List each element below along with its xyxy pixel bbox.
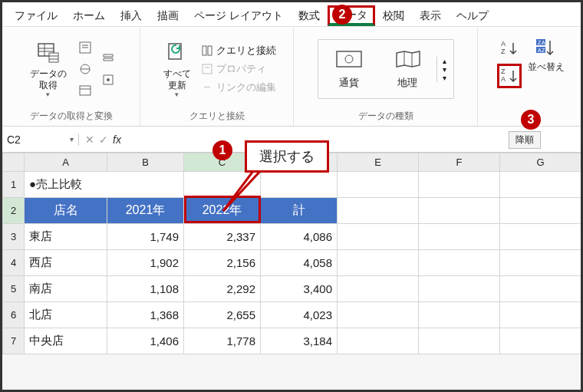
- cell-B4[interactable]: 1,902: [107, 250, 184, 276]
- cell-G1[interactable]: [500, 172, 581, 198]
- cell-A5[interactable]: 南店: [25, 276, 107, 302]
- cell-A1[interactable]: ●売上比較: [25, 172, 184, 198]
- cell-C6[interactable]: 2,655: [184, 302, 261, 328]
- enter-formula-button[interactable]: ✓: [99, 133, 108, 146]
- cell-E7[interactable]: [338, 328, 419, 354]
- gallery-down-button[interactable]: ▾: [437, 65, 452, 74]
- cell-A4[interactable]: 西店: [25, 250, 107, 276]
- cell-A3[interactable]: 東店: [25, 224, 107, 250]
- cell-F5[interactable]: [419, 276, 500, 302]
- menu-help[interactable]: ヘルプ: [449, 6, 496, 26]
- sort-dialog-button[interactable]: ZAAZ 並べ替え: [528, 35, 565, 74]
- row-header-1[interactable]: 1: [3, 172, 25, 198]
- cell-F7[interactable]: [419, 328, 500, 354]
- cell-D7[interactable]: 3,184: [261, 328, 338, 354]
- cell-C4[interactable]: 2,156: [184, 250, 261, 276]
- cell-E2[interactable]: [338, 198, 419, 224]
- cell-D3[interactable]: 4,086: [261, 224, 338, 250]
- currency-type-button[interactable]: 通貨: [320, 48, 378, 90]
- geography-type-button[interactable]: 地理: [378, 48, 436, 90]
- cell-G2[interactable]: [500, 198, 581, 224]
- svg-text:A: A: [501, 40, 506, 48]
- geo-label: 地理: [397, 77, 417, 88]
- sort-desc-tooltip: 降順: [509, 131, 541, 149]
- sort-asc-button[interactable]: AZ: [497, 36, 522, 61]
- cell-C3[interactable]: 2,337: [184, 224, 261, 250]
- menu-file[interactable]: ファイル: [7, 6, 65, 26]
- gallery-up-button[interactable]: ▴: [437, 57, 452, 65]
- row-header-7[interactable]: 7: [3, 328, 25, 354]
- col-header-F[interactable]: F: [419, 153, 500, 172]
- menu-page-layout[interactable]: ページ レイアウト: [186, 6, 291, 26]
- q-prop-label: プロパティ: [216, 62, 266, 76]
- map-icon: [392, 48, 423, 71]
- cell-B2[interactable]: 2021年: [107, 198, 184, 224]
- cell-F4[interactable]: [419, 250, 500, 276]
- cell-A6[interactable]: 北店: [25, 302, 107, 328]
- cell-B6[interactable]: 1,368: [107, 302, 184, 328]
- cell-E3[interactable]: [338, 224, 419, 250]
- cell-G5[interactable]: [500, 276, 581, 302]
- cell-E6[interactable]: [338, 302, 419, 328]
- row-header-6[interactable]: 6: [3, 302, 25, 328]
- cell-F2[interactable]: [419, 198, 500, 224]
- row-header-5[interactable]: 5: [3, 276, 25, 302]
- get-data-button[interactable]: データの 取得 ▾: [25, 36, 71, 102]
- refresh-all-button[interactable]: すべて 更新 ▾: [158, 36, 196, 102]
- insert-function-button[interactable]: fx: [113, 133, 121, 146]
- cell-D4[interactable]: 4,058: [261, 250, 338, 276]
- col-header-G[interactable]: G: [500, 153, 581, 172]
- cell-F1[interactable]: [419, 172, 500, 198]
- group2-label: クエリと接続: [189, 108, 245, 124]
- chevron-down-icon: ▾: [175, 91, 179, 99]
- cell-B3[interactable]: 1,749: [107, 224, 184, 250]
- col-header-A[interactable]: A: [25, 153, 107, 172]
- cell-D5[interactable]: 3,400: [261, 276, 338, 302]
- cell-G7[interactable]: [500, 328, 581, 354]
- svg-rect-21: [337, 51, 361, 67]
- currency-icon: [334, 48, 364, 71]
- menu-draw[interactable]: 描画: [150, 6, 186, 26]
- from-web-button[interactable]: [76, 60, 94, 78]
- cell-E5[interactable]: [338, 276, 419, 302]
- cell-G4[interactable]: [500, 250, 581, 276]
- cell-E1[interactable]: [338, 172, 419, 198]
- cell-F3[interactable]: [419, 224, 500, 250]
- properties-button[interactable]: プロパティ: [201, 62, 276, 76]
- row-header-3[interactable]: 3: [3, 224, 25, 250]
- worksheet-grid[interactable]: A B C D E F G 1 ●売上比較 2 店名 2021年 2022年 計: [2, 153, 581, 354]
- menu-home[interactable]: ホーム: [65, 6, 113, 26]
- sort-desc-button[interactable]: ZA: [497, 64, 522, 88]
- cell-E4[interactable]: [338, 250, 419, 276]
- from-text-button[interactable]: [76, 38, 94, 57]
- menu-formulas[interactable]: 数式: [291, 6, 328, 26]
- menu-view[interactable]: 表示: [412, 6, 449, 26]
- from-table-button[interactable]: [76, 81, 94, 100]
- row-header-4[interactable]: 4: [3, 250, 25, 276]
- cell-B7[interactable]: 1,406: [107, 328, 184, 354]
- menu-review[interactable]: 校閲: [375, 6, 412, 26]
- cell-G3[interactable]: [500, 224, 581, 250]
- row-6: 6 北店 1,368 2,655 4,023: [3, 302, 581, 328]
- existing-conn-button[interactable]: [99, 71, 117, 89]
- cell-G6[interactable]: [500, 302, 581, 328]
- cell-B5[interactable]: 1,108: [107, 276, 184, 302]
- cancel-formula-button[interactable]: ✕: [85, 133, 94, 146]
- gallery-more-button[interactable]: ▾: [437, 74, 452, 82]
- recent-sources-button[interactable]: [99, 49, 117, 68]
- link-icon: [201, 81, 213, 94]
- cell-F6[interactable]: [419, 302, 500, 328]
- col-header-B[interactable]: B: [107, 153, 184, 172]
- select-all-button[interactable]: [3, 153, 25, 172]
- edit-links-button[interactable]: リンクの編集: [201, 81, 276, 94]
- queries-connections-button[interactable]: クエリと接続: [201, 44, 276, 58]
- cell-D6[interactable]: 4,023: [261, 302, 338, 328]
- cell-A7[interactable]: 中央店: [25, 328, 107, 354]
- menu-insert[interactable]: 挿入: [113, 6, 150, 26]
- col-header-E[interactable]: E: [338, 153, 419, 172]
- cell-C5[interactable]: 2,292: [184, 276, 261, 302]
- cell-C7[interactable]: 1,778: [184, 328, 261, 354]
- name-box[interactable]: C2 ▾: [2, 133, 79, 146]
- row-header-2[interactable]: 2: [3, 198, 25, 224]
- cell-A2[interactable]: 店名: [25, 198, 107, 224]
